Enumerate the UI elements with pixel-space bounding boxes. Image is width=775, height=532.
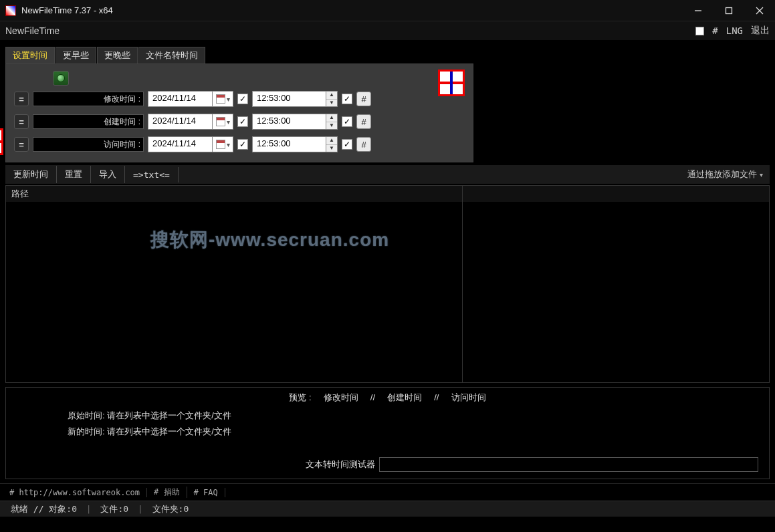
row-access-time: = 访问时间 : 2024/11/14 ▾ ✓ 12:53:00 ▲▼ ✓ #	[14, 136, 465, 152]
tab-later[interactable]: 更晚些	[97, 47, 138, 63]
toolbar: 更新时间 重置 导入 =>txt<= 通过拖放添加文件 ▾	[5, 165, 770, 184]
label-access: 访问时间 :	[33, 137, 144, 152]
date-input-create[interactable]: 2024/11/14	[148, 114, 212, 130]
time-input-access[interactable]: 12:53:00	[252, 136, 326, 152]
chevron-down-icon: ▾	[227, 118, 230, 126]
tab-set-time[interactable]: 设置时间	[5, 47, 55, 63]
eq-button-create[interactable]: =	[14, 114, 29, 129]
linkbar: # http://www.softwareok.com # 捐助 # FAQ	[0, 483, 775, 501]
globe-button[interactable]	[53, 71, 69, 86]
tester-input[interactable]	[379, 457, 758, 472]
time-input-mod[interactable]: 12:53:00	[252, 91, 326, 107]
column-right[interactable]	[463, 186, 769, 202]
preview-header: 预览 : 修改时间 // 创建时间 // 访问时间	[11, 392, 764, 404]
titlebar: NewFileTime 7.37 - x64	[0, 0, 775, 21]
row-create-time: = 创建时间 : 2024/11/14 ▾ ✓ 12:53:00 ▲▼ ✓ #	[14, 114, 465, 130]
check-time-create[interactable]: ✓	[342, 116, 352, 127]
date-picker-create[interactable]: ▾	[212, 114, 233, 130]
close-button[interactable]	[744, 0, 775, 21]
check-date-access[interactable]: ✓	[237, 139, 248, 150]
logo-icon-right	[438, 70, 465, 96]
row-mod-time: = 修改时间 : 2024/11/14 ▾ ✓ 12:53:00 ▲▼ ✓ #	[14, 91, 465, 107]
reset-button[interactable]: 重置	[57, 166, 91, 183]
hash-button-create[interactable]: #	[356, 114, 371, 129]
chevron-down-icon: ▾	[227, 141, 230, 148]
drag-hint-label: 通过拖放添加文件	[687, 168, 757, 180]
status-files: 文件:0	[100, 503, 128, 515]
date-picker-access[interactable]: ▾	[212, 136, 233, 152]
txt-button[interactable]: =>txt<=	[125, 167, 179, 182]
check-time-access[interactable]: ✓	[342, 139, 352, 150]
tab-name-to-time[interactable]: 文件名转时间	[138, 47, 205, 63]
date-picker-mod[interactable]: ▾	[212, 91, 233, 107]
eq-button-mod[interactable]: =	[14, 92, 29, 106]
file-list-left-pane[interactable]: 路径 搜软网-www.secruan.com	[6, 186, 463, 382]
hash-button-access[interactable]: #	[356, 137, 371, 152]
watermark-text: 搜软网-www.secruan.com	[150, 227, 389, 253]
tab-strip: 设置时间 更早些 更晚些 文件名转时间	[5, 47, 770, 63]
preview-original: 原始时间: 请在列表中选择一个文件夹/文件	[11, 408, 764, 424]
hash-menu[interactable]: #	[712, 25, 717, 36]
link-donate[interactable]: # 捐助	[147, 487, 187, 498]
label-mod: 修改时间 :	[33, 92, 144, 106]
exit-menu[interactable]: 退出	[751, 25, 770, 37]
statusbar: 就绪 // 对象:0 | 文件:0 | 文件夹:0	[0, 501, 775, 517]
menubar: NewFileTime # LNG 退出	[0, 21, 775, 40]
language-menu[interactable]: LNG	[726, 25, 743, 36]
time-spinner-access[interactable]: ▲▼	[326, 136, 338, 152]
tester-row: 文本转时间测试器	[11, 457, 764, 472]
drag-hint-menu[interactable]: 通过拖放添加文件 ▾	[687, 168, 770, 180]
minimize-button[interactable]	[683, 0, 713, 21]
logo-icon-left	[0, 128, 3, 155]
calendar-icon	[216, 140, 225, 149]
time-spinner-create[interactable]: ▲▼	[326, 114, 338, 130]
preview-new: 新的时间: 请在列表中选择一个文件夹/文件	[11, 424, 764, 440]
tester-label: 文本转时间测试器	[306, 458, 375, 471]
check-date-mod[interactable]: ✓	[237, 94, 248, 104]
status-ready: 就绪	[11, 503, 28, 515]
time-input-create[interactable]: 12:53:00	[252, 114, 326, 130]
column-path[interactable]: 路径	[6, 186, 462, 202]
calendar-icon	[216, 94, 225, 104]
label-create: 创建时间 :	[33, 114, 144, 129]
maximize-button[interactable]	[713, 0, 744, 21]
status-folders: 文件夹:0	[152, 503, 189, 515]
eq-button-access[interactable]: =	[14, 137, 29, 152]
app-menu[interactable]: NewFileTime	[5, 25, 60, 36]
file-list-right-pane[interactable]	[463, 186, 769, 382]
link-site[interactable]: # http://www.softwareok.com	[3, 488, 147, 497]
pin-checkbox[interactable]	[695, 27, 704, 35]
check-date-create[interactable]: ✓	[237, 116, 248, 127]
tab-panel: = 修改时间 : 2024/11/14 ▾ ✓ 12:53:00 ▲▼ ✓ # …	[5, 63, 473, 162]
update-button[interactable]: 更新时间	[5, 166, 57, 183]
check-time-mod[interactable]: ✓	[342, 94, 352, 104]
chevron-down-icon: ▾	[227, 96, 230, 103]
preview-panel: 预览 : 修改时间 // 创建时间 // 访问时间 原始时间: 请在列表中选择一…	[5, 387, 770, 479]
svg-rect-1	[726, 7, 732, 13]
calendar-icon	[216, 117, 225, 126]
hash-button-mod[interactable]: #	[356, 92, 371, 106]
date-input-mod[interactable]: 2024/11/14	[148, 91, 212, 107]
app-icon	[5, 5, 16, 16]
date-input-access[interactable]: 2024/11/14	[148, 136, 212, 152]
globe-icon	[57, 74, 65, 82]
status-objects: 对象:0	[49, 503, 77, 515]
import-button[interactable]: 导入	[91, 166, 125, 183]
time-spinner-mod[interactable]: ▲▼	[326, 91, 338, 107]
file-list: 路径 搜软网-www.secruan.com	[5, 185, 770, 383]
window-title: NewFileTime 7.37 - x64	[21, 5, 113, 15]
chevron-down-icon: ▾	[760, 171, 763, 178]
tab-earlier[interactable]: 更早些	[56, 47, 96, 63]
link-faq[interactable]: # FAQ	[187, 488, 225, 497]
